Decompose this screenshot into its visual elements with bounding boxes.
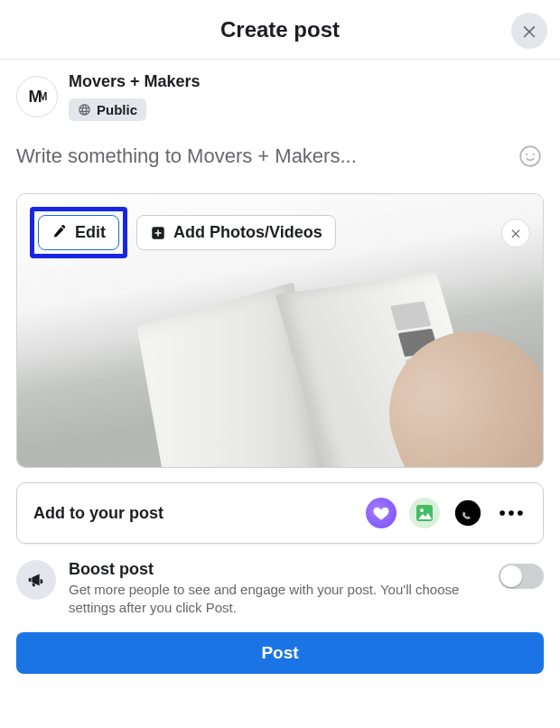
boost-text: Boost post Get more people to see and en… [69, 560, 486, 616]
tag-people-button[interactable] [366, 498, 397, 528]
photo-icon [414, 502, 435, 524]
author-row: MM Movers + Makers Public [0, 60, 560, 126]
globe-icon [78, 103, 91, 117]
add-media-button[interactable]: Add Photos/Videos [136, 215, 336, 250]
add-icons [366, 498, 527, 528]
boost-title: Boost post [69, 560, 486, 579]
avatar-sub: M [39, 90, 46, 103]
add-to-post-row[interactable]: Add to your post [16, 482, 544, 544]
author-meta: Movers + Makers Public [69, 72, 201, 121]
media-toolbar: Edit Add Photos/Videos [30, 207, 530, 258]
svg-point-1 [526, 154, 527, 155]
megaphone-icon-wrap [16, 560, 56, 600]
page-avatar[interactable]: MM [16, 76, 58, 117]
privacy-selector[interactable]: Public [69, 98, 146, 121]
edit-label: Edit [75, 223, 106, 242]
megaphone-icon [26, 570, 46, 590]
privacy-label: Public [97, 102, 137, 117]
svg-point-9 [518, 510, 523, 516]
svg-point-2 [533, 154, 535, 155]
svg-point-5 [420, 509, 424, 512]
remove-media-button[interactable] [501, 219, 530, 247]
close-icon [520, 22, 538, 40]
dialog-header: Create post [0, 0, 560, 60]
dots-icon [496, 498, 527, 528]
whatsapp-button[interactable] [453, 498, 483, 528]
media-preview: Edit Add Photos/Videos [16, 193, 544, 468]
heart-icon [372, 504, 390, 522]
dialog-title: Create post [220, 17, 340, 42]
smile-icon [518, 145, 542, 168]
emoji-button[interactable] [517, 143, 544, 170]
author-name: Movers + Makers [69, 72, 201, 91]
toggle-knob [500, 565, 522, 587]
svg-point-6 [455, 500, 481, 526]
edit-media-button[interactable]: Edit [38, 215, 119, 250]
svg-point-0 [520, 146, 540, 166]
boost-description: Get more people to see and engage with y… [69, 581, 486, 616]
whatsapp-icon [453, 498, 483, 528]
add-media-label: Add Photos/Videos [173, 223, 322, 242]
add-photo-icon [150, 225, 166, 241]
add-to-post-label: Add to your post [33, 504, 163, 523]
photo-video-button[interactable] [409, 498, 440, 528]
composer-input[interactable]: Write something to Movers + Makers... [16, 145, 357, 168]
boost-toggle[interactable] [499, 564, 544, 589]
edit-highlight: Edit [30, 207, 127, 258]
pencil-icon [51, 225, 68, 241]
post-button[interactable]: Post [16, 632, 544, 674]
composer-row: Write something to Movers + Makers... [0, 126, 560, 177]
close-button[interactable] [511, 13, 547, 49]
close-icon [509, 227, 522, 239]
boost-row: Boost post Get more people to see and en… [16, 560, 544, 616]
svg-point-8 [509, 510, 514, 516]
svg-point-7 [499, 510, 505, 516]
more-options-button[interactable] [496, 498, 527, 528]
